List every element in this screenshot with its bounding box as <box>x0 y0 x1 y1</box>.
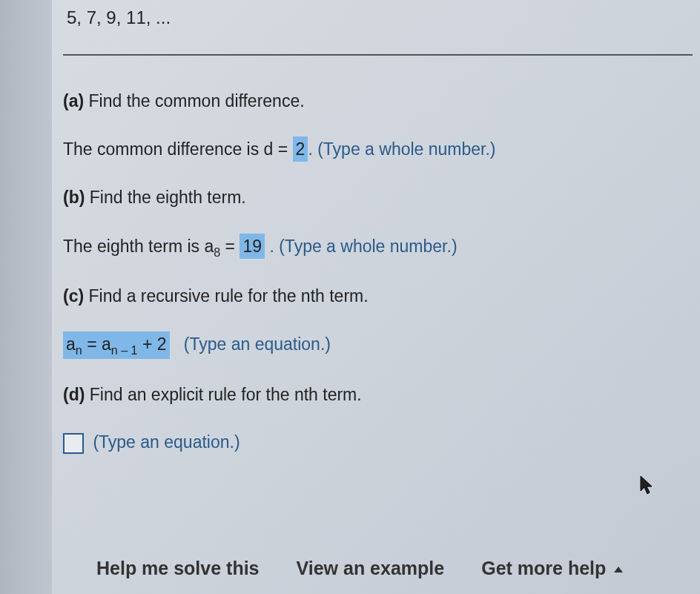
part-d-answer: (Type an equation.) <box>63 430 700 454</box>
part-b-answer: The eighth term is a8 = 19 . (Type a who… <box>63 234 700 260</box>
part-a-answer: The common difference is d = 2. (Type a … <box>63 136 700 162</box>
problem-content: 5, 7, 9, 11, ... (a) Find the common dif… <box>63 0 700 478</box>
bottom-toolbar: Help me solve this View an example Get m… <box>52 542 700 594</box>
help-solve-button[interactable]: Help me solve this <box>96 558 260 579</box>
part-d-text: Find an explicit rule for the nth term. <box>90 385 362 404</box>
part-a-label: (a) <box>63 91 84 110</box>
part-d-prompt: (d) Find an explicit rule for the nth te… <box>63 383 700 406</box>
part-b-prefix-1: The eighth term is a <box>63 237 214 256</box>
part-d-input[interactable] <box>63 433 84 454</box>
divider <box>63 54 693 56</box>
part-b-hint: . (Type a whole number.) <box>265 237 458 256</box>
chevron-up-icon <box>614 567 623 572</box>
part-c-label: (c) <box>63 286 84 306</box>
cursor-icon <box>639 475 656 501</box>
part-c-value[interactable]: an = an – 1 + 2 <box>63 331 170 359</box>
part-b-sub: 8 <box>214 245 220 258</box>
part-b-prefix-2: = <box>220 237 240 256</box>
part-a-value[interactable]: 2 <box>293 136 308 162</box>
part-b-label: (b) <box>63 188 85 207</box>
part-c-text: Find a recursive rule for the nth term. <box>89 286 369 306</box>
part-c-answer: an = an – 1 + 2 (Type an equation.) <box>63 331 700 359</box>
part-d-hint: (Type an equation.) <box>93 432 240 452</box>
part-a-prompt: (a) Find the common difference. <box>63 89 700 113</box>
part-d-label: (d) <box>63 385 85 404</box>
part-b-text: Find the eighth term. <box>90 188 246 207</box>
part-a-hint: . (Type a whole number.) <box>308 139 495 159</box>
part-c-prompt: (c) Find a recursive rule for the nth te… <box>63 284 700 308</box>
part-b-value[interactable]: 19 <box>240 234 265 259</box>
part-a-prefix: The common difference is d = <box>63 139 293 159</box>
part-a-text: Find the common difference. <box>89 91 305 110</box>
part-c-hint: (Type an equation.) <box>174 334 331 354</box>
get-more-help-button[interactable]: Get more help <box>481 558 623 579</box>
sequence-text: 5, 7, 9, 11, ... <box>63 7 700 28</box>
part-b-prompt: (b) Find the eighth term. <box>63 185 700 209</box>
view-example-button[interactable]: View an example <box>297 558 445 579</box>
left-margin <box>0 0 52 594</box>
